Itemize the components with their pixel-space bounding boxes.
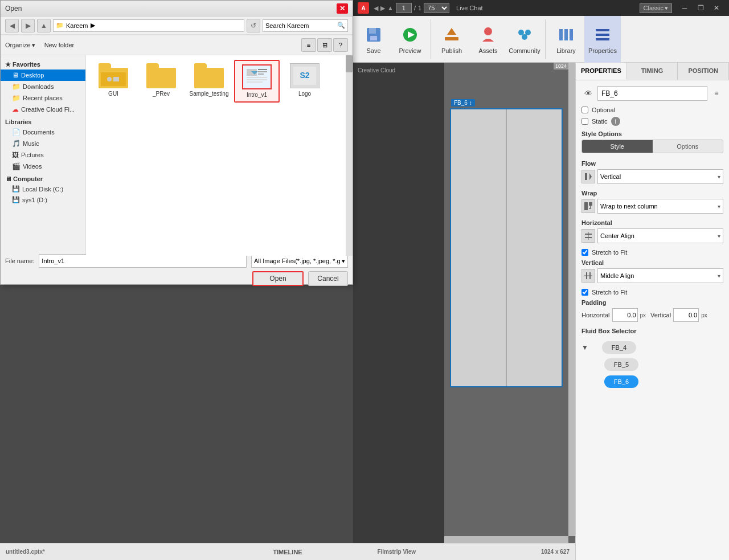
sidebar-recent[interactable]: 📁 Recent places — [1, 92, 85, 104]
stretch-h-label: Stretch to Fit — [592, 249, 627, 256]
menu-icon[interactable]: ≡ — [710, 87, 723, 100]
filename-input[interactable] — [39, 254, 247, 268]
nav-next[interactable]: ▶ — [380, 5, 385, 12]
static-checkbox[interactable] — [581, 118, 588, 125]
save-icon — [363, 24, 384, 45]
desktop-icon: 🖥 — [12, 71, 19, 79]
dialog-close-button[interactable]: ✕ — [337, 3, 348, 14]
svg-rect-14 — [596, 29, 609, 31]
wrap-icon — [581, 199, 595, 213]
flow-label: Flow — [581, 160, 723, 167]
open-button[interactable]: Open — [252, 271, 304, 286]
horizontal-scrollbar[interactable] — [444, 536, 568, 543]
file-intro[interactable]: Intro_v1 — [234, 60, 280, 103]
tab-timing[interactable]: TIMING — [627, 63, 678, 80]
organize-button[interactable]: Organize ▾ — [5, 42, 35, 49]
sidebar-desktop[interactable]: 🖥 Desktop — [1, 70, 85, 81]
horizontal-arrow: ▾ — [718, 233, 720, 239]
padding-v-input[interactable] — [673, 308, 699, 322]
sidebar-videos[interactable]: 🎬 Videos — [1, 161, 85, 172]
prev-label: _PRev — [153, 91, 170, 97]
fb6-item[interactable]: FB_6 — [604, 375, 638, 388]
style-tab[interactable]: Style — [582, 140, 653, 153]
sidebar-sys1[interactable]: 💾 sys1 (D:) — [1, 194, 85, 205]
file-prev[interactable]: _PRev — [138, 60, 184, 103]
up-button[interactable]: ▲ — [37, 19, 51, 32]
sidebar-creative-cloud[interactable]: ☁ Creative Cloud Fi... — [1, 104, 85, 115]
refresh-button[interactable]: ↺ — [247, 19, 260, 32]
sidebar-music[interactable]: 🎵 Music — [1, 138, 85, 149]
cancel-button[interactable]: Cancel — [308, 271, 348, 286]
horizontal-icon — [581, 229, 595, 243]
properties-button[interactable]: Properties — [584, 14, 621, 65]
libraries-section: Libraries — [1, 117, 85, 126]
static-checkbox-row: Static i — [581, 117, 723, 126]
downloads-icon: 📁 — [12, 83, 21, 91]
forward-button[interactable]: ▶ — [21, 19, 35, 32]
restore-button[interactable]: ❐ — [693, 0, 708, 16]
assets-button[interactable]: Assets — [470, 14, 506, 65]
svg-point-27 — [107, 77, 112, 81]
flow-dropdown[interactable]: Vertical ▾ — [597, 169, 723, 184]
back-button[interactable]: ◀ — [5, 19, 19, 32]
fb4-row: ▼ FB_4 — [581, 339, 723, 356]
optional-checkbox[interactable] — [581, 107, 588, 113]
nav-prev[interactable]: ◀ — [374, 5, 378, 12]
files-scrollbar[interactable] — [346, 55, 353, 256]
static-info-icon[interactable]: i — [611, 117, 620, 126]
search-bar[interactable]: Search Kareem 🔍 — [263, 19, 348, 32]
fb5-item[interactable]: FB_5 — [604, 358, 638, 371]
filetype-dropdown[interactable]: All Image Files(*.jpg, *.jpeg, *.g ▾ — [251, 254, 348, 268]
file-gui[interactable]: GUI — [91, 60, 136, 103]
element-name-input[interactable] — [597, 86, 707, 101]
library-button[interactable]: Library — [548, 14, 584, 65]
file-logo[interactable]: S2 Logo — [282, 60, 327, 103]
wrap-arrow: ▾ — [718, 203, 720, 210]
save-button[interactable]: Save — [355, 14, 392, 65]
options-tab[interactable]: Options — [653, 140, 723, 153]
tab-position[interactable]: POSITION — [678, 63, 729, 80]
tab-properties[interactable]: PROPERTIES — [576, 63, 627, 80]
community-button[interactable]: Community — [506, 14, 543, 65]
zoom-select[interactable]: 75 50 100 — [424, 3, 449, 13]
svg-point-9 — [525, 30, 531, 35]
help-button[interactable]: ? — [333, 38, 348, 52]
stretch-v-checkbox[interactable] — [581, 289, 588, 296]
padding-h-label: Horizontal — [581, 312, 610, 318]
page-number-input[interactable]: 1 — [396, 3, 412, 13]
stretch-h-row: Stretch to Fit — [581, 249, 723, 256]
classic-dropdown[interactable]: Classic ▾ — [640, 3, 672, 13]
prev-folder-icon — [146, 63, 176, 88]
svg-rect-1 — [369, 28, 376, 34]
minimize-button[interactable]: ─ — [677, 0, 693, 16]
padding-h-input[interactable] — [612, 308, 638, 322]
canvas-content: FB_6 ↕ — [450, 108, 563, 387]
visibility-toggle[interactable]: 👁 — [581, 87, 595, 100]
view-buttons: ≡ ⊞ ? — [301, 38, 348, 52]
sidebar-pictures[interactable]: 🖼 Pictures — [1, 149, 85, 161]
close-button[interactable]: ✕ — [708, 0, 724, 16]
fluid-box-title: Fluid Box Selector — [581, 328, 723, 334]
vertical-dropdown[interactable]: Middle Align ▾ — [597, 268, 723, 283]
canvas-ruler-number: 1024 — [554, 63, 568, 70]
static-label: Static — [592, 118, 608, 125]
icon-view-button[interactable]: ⊞ — [317, 38, 332, 52]
save-label: Save — [366, 47, 380, 54]
stretch-h-checkbox[interactable] — [581, 249, 588, 256]
path-bar[interactable]: 📁 Kareem ▶ — [53, 19, 244, 32]
sidebar-documents[interactable]: 📄 Documents — [1, 126, 85, 138]
sidebar-downloads[interactable]: 📁 Downloads — [1, 81, 85, 92]
preview-button[interactable]: Preview — [392, 14, 428, 65]
publish-button[interactable]: Publish — [433, 14, 470, 65]
fb4-item[interactable]: FB_4 — [602, 341, 636, 354]
new-folder-button[interactable]: New folder — [44, 42, 75, 48]
sidebar-local-disk[interactable]: 💾 Local Disk (C:) — [1, 183, 85, 194]
padding-v-label: Vertical — [650, 312, 671, 318]
file-sample[interactable]: Sample_testing — [186, 60, 232, 103]
nav-up[interactable]: ▲ — [387, 5, 394, 11]
wrap-dropdown[interactable]: Wrap to next column ▾ — [597, 199, 723, 214]
vertical-scrollbar[interactable] — [568, 63, 575, 536]
list-view-button[interactable]: ≡ — [301, 38, 316, 52]
optional-label: Optional — [592, 107, 615, 113]
horizontal-dropdown[interactable]: Center Align ▾ — [597, 228, 723, 243]
